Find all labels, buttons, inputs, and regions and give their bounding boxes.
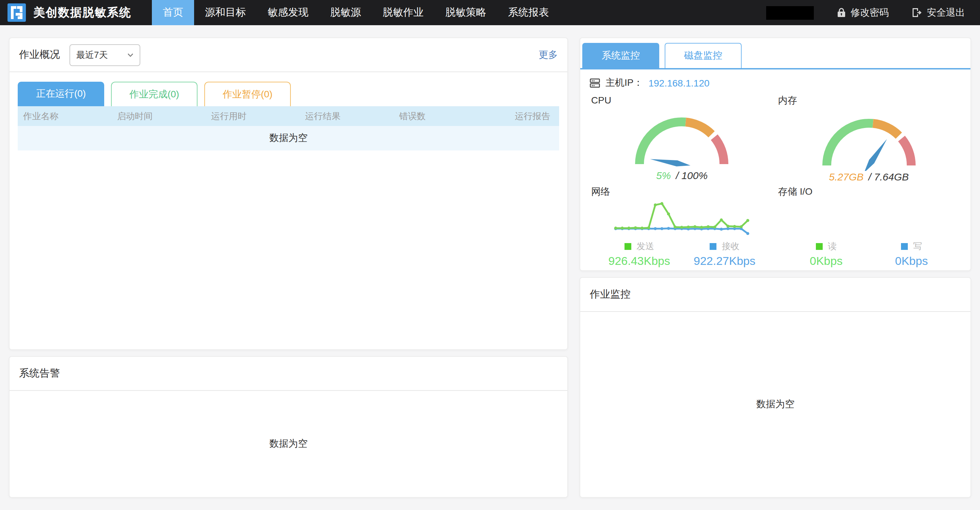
empty-data-text: 数据为空 (269, 132, 307, 145)
brand-logo-icon (8, 3, 26, 22)
read-label: 读 (828, 240, 837, 253)
network-chart-cell: 网络 发送 926.43Kbps (589, 184, 775, 270)
job-overview-panel: 作业概况 最近7天 更多 正在运行(0) 作业完成(0) 作业暂停(0) (9, 37, 568, 350)
storage-line-chart (799, 200, 939, 235)
memory-gauge-value: 5.27GB / 7.64GB (775, 171, 962, 183)
column-header-start-time: 启动时间 (112, 110, 206, 122)
brand: 美创数据脱敏系统 (0, 0, 131, 25)
cpu-used-value: 5% (656, 170, 671, 181)
right-column: 系统监控 磁盘监控 主机IP： 192.168.1.120 (579, 37, 971, 498)
logout-button[interactable]: 安全退出 (912, 6, 965, 19)
column-header-report: 运行报告 (488, 110, 559, 122)
monitor-tabs: 系统监控 磁盘监控 (580, 38, 970, 70)
network-legend: 发送 926.43Kbps 接收 922.27Kbps (589, 240, 775, 268)
system-alerts-header: 系统告警 (10, 357, 567, 391)
legend-read: 读 0Kbps (810, 240, 842, 268)
cpu-total-value: / 100% (676, 170, 708, 181)
main-content: 作业概况 最近7天 更多 正在运行(0) 作业完成(0) 作业暂停(0) (0, 25, 980, 510)
legend-send: 发送 926.43Kbps (608, 240, 670, 268)
legend-receive: 接收 922.27Kbps (694, 240, 756, 268)
tab-system-monitor[interactable]: 系统监控 (582, 43, 659, 68)
host-ip-value: 192.168.1.120 (648, 78, 709, 89)
navbar-right: 修改密码 安全退出 (766, 0, 980, 25)
nav-item-source-target[interactable]: 源和目标 (194, 0, 257, 25)
redacted-username (766, 6, 814, 19)
nav-item-masking-policy[interactable]: 脱敏策略 (434, 0, 497, 25)
nav-item-sensitive-discovery[interactable]: 敏感发现 (257, 0, 320, 25)
column-header-error-count: 错误数 (394, 110, 488, 122)
column-header-result: 运行结果 (300, 110, 394, 122)
legend-write: 写 0Kbps (895, 240, 928, 268)
change-password-button[interactable]: 修改密码 (837, 6, 889, 19)
send-swatch-icon (624, 243, 631, 250)
monitor-grid: CPU 5% / 100% 内存 5.27GB / 7.64GB (580, 93, 970, 270)
date-range-select[interactable]: 最近7天 (70, 44, 140, 66)
system-alerts-title: 系统告警 (19, 367, 60, 380)
receive-label: 接收 (722, 240, 740, 253)
tab-disk-monitor[interactable]: 磁盘监控 (665, 43, 741, 68)
navbar: 美创数据脱敏系统 首页 源和目标 敏感发现 脱敏源 脱敏作业 脱敏策略 系统报表… (0, 0, 980, 25)
receive-value: 922.27Kbps (694, 255, 756, 268)
date-range-value: 最近7天 (76, 49, 108, 61)
column-header-duration: 运行用时 (206, 110, 300, 122)
write-swatch-icon (901, 243, 908, 250)
cpu-gauge-cell: CPU 5% / 100% (589, 93, 775, 184)
chevron-down-icon (127, 53, 134, 57)
job-overview-header: 作业概况 最近7天 更多 (10, 38, 567, 72)
nav-item-masking-job[interactable]: 脱敏作业 (372, 0, 434, 25)
app-title: 美创数据脱敏系统 (33, 5, 131, 21)
more-link[interactable]: 更多 (539, 49, 558, 61)
send-value: 926.43Kbps (608, 255, 670, 268)
send-label: 发送 (636, 240, 654, 253)
write-value: 0Kbps (895, 255, 928, 268)
storage-label: 存储 I/O (775, 186, 962, 198)
main-nav: 首页 源和目标 敏感发现 脱敏源 脱敏作业 脱敏策略 系统报表 (152, 0, 560, 25)
empty-data-text: 数据为空 (269, 438, 307, 450)
job-monitor-title: 作业监控 (590, 288, 631, 301)
write-label: 写 (913, 240, 922, 253)
monitor-panel: 系统监控 磁盘监控 主机IP： 192.168.1.120 (579, 37, 971, 271)
server-icon (590, 78, 600, 88)
storage-chart-cell: 存储 I/O 读 0Kbps (775, 184, 962, 270)
lock-icon (837, 8, 846, 18)
job-status-tabs: 正在运行(0) 作业完成(0) 作业暂停(0) (10, 72, 567, 106)
app-root: 美创数据脱敏系统 首页 源和目标 敏感发现 脱敏源 脱敏作业 脱敏策略 系统报表… (0, 0, 980, 510)
network-label: 网络 (589, 186, 775, 198)
job-table: 作业名称 启动时间 运行用时 运行结果 错误数 运行报告 数据为空 (18, 106, 559, 151)
job-monitor-body: 数据为空 (580, 312, 970, 497)
system-alerts-panel: 系统告警 数据为空 (9, 356, 568, 498)
job-monitor-header: 作业监控 (580, 278, 970, 312)
read-swatch-icon (816, 243, 822, 250)
column-header-job-name: 作业名称 (18, 110, 112, 122)
system-alerts-body: 数据为空 (10, 391, 567, 497)
host-ip-label: 主机IP： (605, 77, 643, 89)
host-ip-row: 主机IP： 192.168.1.120 (580, 70, 970, 93)
nav-item-system-report[interactable]: 系统报表 (497, 0, 560, 25)
read-value: 0Kbps (810, 255, 842, 268)
memory-used-value: 5.27GB (829, 171, 864, 183)
tab-running[interactable]: 正在运行(0) (18, 82, 104, 106)
nav-item-home[interactable]: 首页 (152, 0, 194, 25)
cpu-gauge-value: 5% / 100% (589, 170, 775, 181)
job-table-header: 作业名称 启动时间 运行用时 运行结果 错误数 运行报告 (18, 106, 559, 126)
left-column: 作业概况 最近7天 更多 正在运行(0) 作业完成(0) 作业暂停(0) (9, 37, 568, 498)
memory-gauge-cell: 内存 5.27GB / 7.64GB (775, 93, 962, 184)
cpu-gauge-chart (610, 102, 754, 170)
memory-total-value: / 7.64GB (868, 171, 908, 183)
network-line-chart (612, 200, 752, 235)
job-overview-title: 作业概况 (19, 48, 60, 61)
tab-completed[interactable]: 作业完成(0) (111, 82, 197, 106)
nav-item-masking-source[interactable]: 脱敏源 (320, 0, 372, 25)
storage-legend: 读 0Kbps 写 0Kbps (775, 240, 962, 268)
job-table-empty-row: 数据为空 (18, 126, 559, 151)
receive-swatch-icon (710, 243, 716, 250)
empty-data-text: 数据为空 (756, 398, 794, 411)
logout-icon (912, 8, 922, 18)
tab-paused[interactable]: 作业暂停(0) (204, 82, 291, 106)
memory-gauge-chart (797, 103, 941, 171)
job-monitor-panel: 作业监控 数据为空 (579, 277, 971, 498)
